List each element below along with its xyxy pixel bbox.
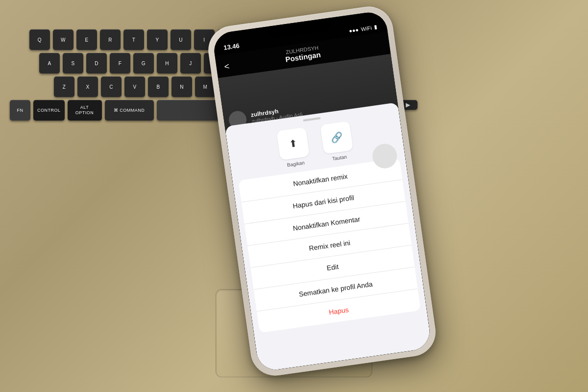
key-command-left[interactable]: ⌘ command xyxy=(105,100,154,121)
bagikan-label: Bagikan xyxy=(287,160,305,168)
menu-section: Nonaktifkan remix Hapus dari kisi profil… xyxy=(238,158,420,333)
key-u[interactable]: U xyxy=(171,29,191,50)
tautan-icon-box: 🔗 xyxy=(320,121,353,154)
bagikan-icon-box: ⬆ xyxy=(276,127,310,160)
key-fn[interactable]: fn xyxy=(10,100,30,121)
key-j[interactable]: J xyxy=(180,53,201,74)
quick-action-bagikan[interactable]: ⬆ Bagikan xyxy=(271,126,316,169)
tautan-label: Tautan xyxy=(332,154,347,161)
key-g[interactable]: G xyxy=(133,53,154,74)
key-s[interactable]: S xyxy=(63,53,83,74)
signal-icon: ●●● xyxy=(348,26,359,34)
key-e[interactable]: E xyxy=(76,29,97,50)
key-h[interactable]: H xyxy=(157,53,177,74)
app-content: zulhrdsyh zulhrdsyh - Audio Asli ⬆ Bagik… xyxy=(218,54,432,372)
sheet-handle xyxy=(303,117,320,122)
wifi-icon: WiFi xyxy=(361,24,372,32)
key-alt-left[interactable]: altoption xyxy=(68,100,102,121)
status-time: 13.46 xyxy=(223,42,240,51)
key-q[interactable]: Q xyxy=(29,29,50,50)
key-f[interactable]: F xyxy=(110,53,130,74)
key-n[interactable]: N xyxy=(172,76,192,97)
key-d[interactable]: D xyxy=(86,53,107,74)
quick-action-tautan[interactable]: 🔗 Tautan xyxy=(315,120,359,163)
key-x[interactable]: X xyxy=(77,76,98,97)
battery-icon: ▮ xyxy=(374,24,378,30)
key-w[interactable]: W xyxy=(53,29,74,50)
key-v[interactable]: V xyxy=(124,76,145,97)
key-t[interactable]: T xyxy=(123,29,144,50)
key-a[interactable]: A xyxy=(39,53,60,74)
key-y[interactable]: Y xyxy=(147,29,168,50)
key-c[interactable]: C xyxy=(101,76,122,97)
key-b[interactable]: B xyxy=(148,76,169,97)
action-sheet: ⬆ Bagikan 🔗 Tautan xyxy=(225,102,432,372)
status-icons: ●●● WiFi ▮ xyxy=(348,24,377,34)
share-icon: ⬆ xyxy=(288,137,298,150)
back-button[interactable]: < xyxy=(223,61,230,72)
key-ctrl[interactable]: control xyxy=(33,100,65,121)
key-z[interactable]: Z xyxy=(54,76,74,97)
key-r[interactable]: R xyxy=(100,29,121,50)
link-icon: 🔗 xyxy=(330,131,343,144)
